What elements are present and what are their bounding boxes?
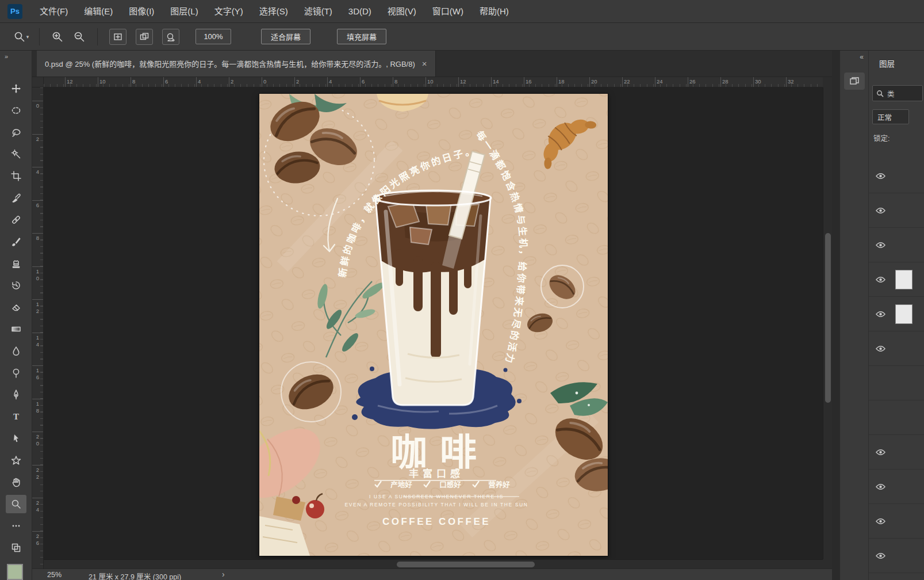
- zoom-out-icon[interactable]: [71, 28, 88, 45]
- horizontal-ruler[interactable]: 1210864202468101214161820222426283032: [44, 77, 823, 87]
- eraser-tool[interactable]: [6, 298, 26, 316]
- history-brush-tool[interactable]: [6, 276, 26, 295]
- eyedropper-tool[interactable]: [6, 189, 26, 207]
- marquee-tool[interactable]: [6, 101, 26, 120]
- menu-type[interactable]: 文字(Y): [206, 0, 251, 23]
- poster-feature-list: 产地好 口感好 营养好: [375, 480, 510, 489]
- quick-selection-tool[interactable]: [6, 145, 26, 163]
- blend-mode-dropdown[interactable]: 正常: [872, 109, 909, 124]
- layers-panel-title[interactable]: 图层: [879, 58, 895, 69]
- clone-stamp-tool[interactable]: [6, 254, 26, 273]
- layer-visibility-eye-icon[interactable]: [875, 310, 886, 319]
- gradient-tool[interactable]: [6, 320, 26, 338]
- crop-tool[interactable]: [6, 167, 26, 185]
- path-selection-tool[interactable]: [6, 429, 26, 448]
- layer-visibility-eye-icon[interactable]: [875, 482, 886, 491]
- layer-visibility-empty[interactable]: [875, 413, 886, 422]
- status-zoom-level[interactable]: 25%: [47, 571, 62, 579]
- layer-row[interactable]: [869, 435, 924, 470]
- ruler-number: 6: [165, 78, 168, 85]
- layer-row[interactable]: [869, 400, 924, 435]
- document-tab[interactable]: 0.psd @ 25% (新鲜的咖啡，就像阳光照亮你的日子。每一滴都饱含热情与生…: [37, 51, 436, 77]
- current-tool-zoom-icon[interactable]: ▾: [13, 28, 30, 45]
- panel-dock-icon[interactable]: [844, 72, 865, 90]
- hand-tool[interactable]: [6, 473, 26, 491]
- layer-row[interactable]: [869, 159, 924, 193]
- layer-visibility-eye-icon[interactable]: [875, 275, 886, 284]
- layer-visibility-eye-icon[interactable]: [875, 241, 886, 250]
- fill-screen-button[interactable]: 填充屏幕: [337, 29, 386, 44]
- layer-thumbnail[interactable]: [895, 304, 913, 324]
- healing-brush-tool[interactable]: [6, 211, 26, 229]
- layer-row[interactable]: [869, 470, 924, 504]
- zoom-tool[interactable]: [6, 495, 26, 513]
- menu-file[interactable]: 文件(F): [32, 0, 76, 23]
- blur-tool[interactable]: [6, 342, 26, 360]
- layer-row[interactable]: [869, 228, 924, 262]
- layer-visibility-eye-icon[interactable]: [875, 517, 886, 526]
- poster-feature: 营养好: [488, 480, 510, 489]
- menu-layer[interactable]: 图层(L): [162, 0, 206, 23]
- status-expand-arrow-icon[interactable]: ›: [222, 570, 225, 579]
- horizontal-scrollbar[interactable]: [44, 559, 823, 568]
- menu-select[interactable]: 选择(S): [251, 0, 296, 23]
- ruler-number: 24: [657, 78, 663, 85]
- layer-visibility-eye-icon[interactable]: [875, 448, 886, 457]
- ruler-number: 6: [362, 78, 365, 85]
- panel-dock-bar: «: [839, 51, 868, 580]
- custom-shape-tool[interactable]: [6, 451, 26, 470]
- layer-visibility-empty[interactable]: [875, 379, 886, 388]
- layer-row[interactable]: [869, 539, 924, 573]
- menu-image[interactable]: 图像(I): [121, 0, 162, 23]
- more-tools-ellipsis-icon[interactable]: [6, 517, 26, 535]
- tab-close-icon[interactable]: ×: [422, 59, 427, 68]
- menu-3d[interactable]: 3D(D): [340, 0, 379, 23]
- layer-thumbnail[interactable]: [895, 270, 913, 289]
- dodge-tool[interactable]: [6, 364, 26, 382]
- layer-visibility-eye-icon[interactable]: [875, 551, 886, 560]
- type-tool[interactable]: T: [6, 407, 26, 426]
- poster-feature: 口感好: [439, 480, 461, 489]
- layer-row[interactable]: [869, 331, 924, 366]
- zoom-in-icon[interactable]: [49, 28, 66, 45]
- menu-window[interactable]: 窗口(W): [424, 0, 471, 23]
- toolbar-collapse-chevron[interactable]: »: [5, 53, 7, 60]
- canvas-area[interactable]: 新鲜的咖啡，就像阳光照亮你的日子。 每一滴都饱含热情与生机，给你带来无尽的活力。…: [44, 87, 823, 559]
- poster-caption-line2: EVEN A REMOTE POSSIBILITY THAT I WILL BE…: [344, 502, 528, 507]
- fit-screen-button[interactable]: 适合屏幕: [261, 29, 310, 44]
- layer-row[interactable]: [869, 297, 924, 331]
- vertical-scrollbar[interactable]: [823, 87, 832, 559]
- dock-collapse-chevron[interactable]: «: [860, 53, 864, 61]
- move-tool[interactable]: [6, 79, 26, 98]
- poster-document[interactable]: 新鲜的咖啡，就像阳光照亮你的日子。 每一滴都饱含热情与生机，给你带来无尽的活力。…: [259, 94, 608, 556]
- horizontal-scrollbar-thumb[interactable]: [397, 562, 535, 567]
- pen-tool[interactable]: [6, 386, 26, 404]
- vertical-scrollbar-thumb[interactable]: [825, 233, 831, 403]
- layer-row[interactable]: [869, 504, 924, 539]
- ruler-number: 18: [34, 400, 41, 414]
- layer-row[interactable]: [869, 366, 924, 400]
- ruler-number: 8: [394, 78, 397, 85]
- ruler-number: 0: [34, 102, 41, 109]
- vertical-ruler[interactable]: 02468101214161820222426: [32, 87, 44, 580]
- lasso-tool[interactable]: [6, 123, 26, 142]
- menu-edit[interactable]: 编辑(E): [76, 0, 121, 23]
- menu-help[interactable]: 帮助(H): [471, 0, 517, 23]
- layer-filter-dropdown[interactable]: 类: [872, 85, 923, 101]
- tool-preset-caret-icon[interactable]: ▾: [26, 34, 29, 40]
- foreground-background-swatch-icon[interactable]: [6, 539, 26, 557]
- menu-filter[interactable]: 滤镜(T): [296, 0, 340, 23]
- layer-visibility-eye-icon[interactable]: [875, 206, 886, 215]
- foreground-color-swatch[interactable]: [7, 564, 23, 580]
- layer-row[interactable]: [869, 193, 924, 228]
- ruler-number: 14: [493, 78, 499, 85]
- menu-view[interactable]: 视图(V): [379, 0, 424, 23]
- layer-row[interactable]: [869, 262, 924, 297]
- layer-visibility-eye-icon[interactable]: [875, 171, 886, 181]
- layer-visibility-eye-icon[interactable]: [875, 344, 886, 353]
- zoom-value-field[interactable]: 100%: [195, 29, 231, 44]
- resize-windows-toggle[interactable]: [109, 29, 126, 45]
- scrubby-zoom-toggle[interactable]: [162, 29, 179, 45]
- brush-tool[interactable]: [6, 232, 26, 251]
- zoom-all-windows-toggle[interactable]: [136, 29, 153, 45]
